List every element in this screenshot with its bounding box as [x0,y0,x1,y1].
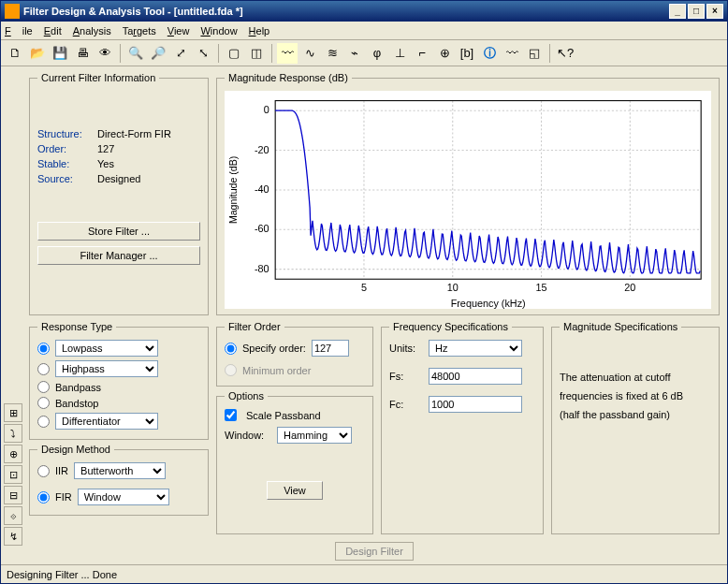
svg-text:-80: -80 [255,263,269,274]
options-legend: Options [225,390,268,402]
phase-icon[interactable]: ∿ [299,43,320,64]
specify-order-label: Specify order: [242,343,306,354]
sidetab-realize-icon[interactable]: ⊡ [4,465,22,484]
minimum-order-label: Minimum order [242,365,311,376]
mag-text-1: The attenuation at cutoff [560,368,711,387]
status-bar: Designing Filter ... Done [1,564,727,583]
source-label: Source: [37,173,97,184]
separator [120,44,121,63]
minimum-order-radio [225,364,237,376]
titlebar: Filter Design & Analysis Tool - [untitle… [1,1,727,22]
step-icon[interactable]: ⌐ [412,43,432,64]
menu-analysis[interactable]: Analysis [73,25,111,36]
app-icon [5,4,20,19]
chart-canvas[interactable]: 0-20-40-60-805101520Frequency (kHz)Magni… [225,91,711,309]
svg-text:Magnitude (dB): Magnitude (dB) [227,156,239,224]
magest-icon[interactable]: 〰 [502,43,522,64]
menu-view[interactable]: View [167,25,190,36]
structure-label: Structure: [37,128,97,139]
store-filter-button[interactable]: Store Filter ... [37,222,200,241]
printpreview-icon[interactable]: 👁 [95,43,115,64]
units-select[interactable]: Hz [429,340,522,357]
roundoff-icon[interactable]: ◱ [524,43,545,64]
open-icon[interactable]: 📂 [27,43,48,64]
zoomin-icon[interactable]: 🔍 [125,43,146,64]
zoomout-icon[interactable]: 🔎 [148,43,168,64]
new-icon[interactable]: 🗋 [5,43,25,64]
menu-edit[interactable]: Edit [44,25,62,36]
response-type-group: Response Type Lowpass Highpass Bandpass … [29,321,209,440]
window-title: Filter Design & Analysis Tool - [untitle… [23,6,667,17]
design-filter-button[interactable]: Design Filter [335,542,414,561]
svg-text:0: 0 [264,104,269,115]
toolbar: 🗋 📂 💾 🖶 👁 🔍 🔎 ⤢ ⤡ ▢ ◫ 〰 ∿ ≋ ⌁ φ ⊥ ⌐ ⊕ [b… [1,40,727,66]
sidetab-import-icon[interactable]: ⤵ [4,424,22,443]
order-input[interactable] [312,340,349,357]
close-button[interactable]: × [706,4,723,19]
info-icon[interactable]: ⓘ [479,43,500,64]
fc-input[interactable] [429,396,522,413]
zoomy-icon[interactable]: ⤡ [193,43,213,64]
fs-input[interactable] [429,368,522,385]
menu-targets[interactable]: Targets [123,25,156,36]
svg-text:10: 10 [447,282,459,293]
scale-passband-checkbox[interactable] [225,409,237,421]
stable-value: Yes [97,158,200,169]
svg-text:-60: -60 [255,224,269,235]
menu-help[interactable]: Help [249,25,270,36]
app-window: Filter Design & Analysis Tool - [untitle… [0,0,728,584]
bandpass-radio[interactable] [37,381,50,393]
polezero-icon[interactable]: ⊕ [434,43,455,64]
menu-window[interactable]: Window [200,25,237,36]
impulse-icon[interactable]: ⊥ [389,43,410,64]
specs-icon[interactable]: ◫ [246,43,267,64]
filter-manager-button[interactable]: Filter Manager ... [37,246,200,265]
fullview-icon[interactable]: ▢ [224,43,244,64]
zoomx-icon[interactable]: ⤢ [170,43,191,64]
bandstop-radio[interactable] [37,397,50,409]
order-label: Order: [37,143,97,154]
menubar: File Edit Analysis Targets View Window H… [1,22,727,40]
fir-label: FIR [55,491,72,503]
lowpass-radio[interactable] [37,343,50,355]
sidetab-polezero-icon[interactable]: ⊕ [4,445,22,463]
options-group: Options Scale Passband Window:Hamming Vi… [216,390,373,534]
sidetab-quantize-icon[interactable]: ⊟ [4,486,22,504]
highpass-select[interactable]: Highpass [55,360,158,377]
magnitude-response-legend: Magnitude Response (dB) [225,72,352,83]
minimize-button[interactable]: _ [669,4,686,19]
differentiator-radio[interactable] [37,416,50,428]
highpass-radio[interactable] [37,363,50,375]
fir-radio[interactable] [37,491,50,504]
fir-select[interactable]: Window [78,489,169,505]
groupdelay-icon[interactable]: ⌁ [344,43,365,64]
maximize-button[interactable]: □ [688,4,705,19]
iir-radio[interactable] [37,465,50,477]
differentiator-select[interactable]: Differentiator [55,413,158,430]
order-value: 127 [97,143,200,154]
side-tabs: ⊞ ⤵ ⊕ ⊡ ⊟ ⟐ ↯ [1,66,23,564]
print-icon[interactable]: 🖶 [72,43,93,64]
sidetab-design-icon[interactable]: ⊞ [4,403,22,422]
units-label: Units: [389,343,423,354]
lowpass-select[interactable]: Lowpass [55,340,158,357]
scale-passband-label: Scale Passband [246,410,321,421]
response-type-legend: Response Type [37,321,116,332]
coeff-icon[interactable]: [b] [457,43,477,64]
mag-icon[interactable]: 〰 [277,43,298,64]
phasedelay-icon[interactable]: φ [367,43,387,64]
sidetab-transform-icon[interactable]: ↯ [4,527,22,546]
view-button[interactable]: View [267,481,323,500]
magnitude-spec-group: Magnitude Specifications The attenuation… [551,321,720,534]
window-select[interactable]: Hamming [277,427,352,444]
sidetab-multirate-icon[interactable]: ⟐ [4,506,22,525]
iir-select[interactable]: Butterworth [74,462,166,479]
magphase-icon[interactable]: ≋ [322,43,342,64]
help-icon[interactable]: ↖? [555,43,575,64]
save-icon[interactable]: 💾 [50,43,70,64]
bandstop-label: Bandstop [55,398,98,409]
menu-file[interactable]: File [5,25,33,36]
content-area: ⊞ ⤵ ⊕ ⊡ ⊟ ⟐ ↯ Current Filter Information… [1,66,727,564]
magnitude-spec-legend: Magnitude Specifications [560,321,681,332]
specify-order-radio[interactable] [225,343,237,355]
